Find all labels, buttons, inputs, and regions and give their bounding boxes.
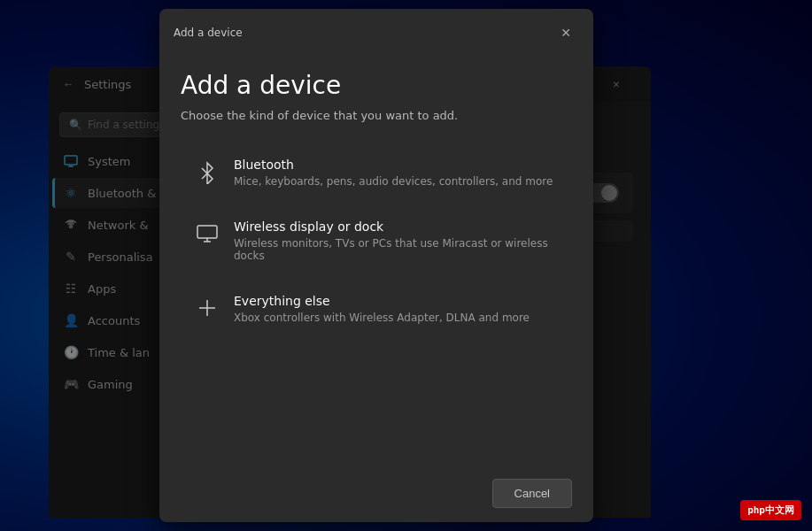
everything-else-option-desc: Xbox controllers with Wireless Adapter, … bbox=[234, 312, 530, 324]
add-device-modal: Add a device ✕ Add a device Choose the k… bbox=[159, 9, 593, 522]
everything-else-option-name: Everything else bbox=[234, 294, 530, 308]
cancel-button[interactable]: Cancel bbox=[492, 479, 572, 508]
plus-device-icon bbox=[195, 296, 220, 320]
bluetooth-option-name: Bluetooth bbox=[234, 158, 553, 172]
bluetooth-option-desc: Mice, keyboards, pens, audio devices, co… bbox=[234, 175, 553, 188]
modal-heading: Add a device bbox=[181, 71, 572, 100]
wireless-display-option-info: Wireless display or dock Wireless monito… bbox=[234, 219, 558, 262]
monitor-device-icon bbox=[195, 221, 220, 246]
php-watermark: php中文网 bbox=[740, 500, 801, 520]
everything-else-option-info: Everything else Xbox controllers with Wi… bbox=[234, 294, 530, 324]
svg-line-5 bbox=[202, 173, 207, 179]
wireless-display-option-name: Wireless display or dock bbox=[234, 219, 558, 234]
device-option-bluetooth[interactable]: Bluetooth Mice, keyboards, pens, audio d… bbox=[181, 143, 572, 202]
wireless-display-option-desc: Wireless monitors, TVs or PCs that use M… bbox=[234, 237, 558, 262]
modal-body: Add a device Choose the kind of device t… bbox=[159, 57, 593, 465]
device-option-everything-else[interactable]: Everything else Xbox controllers with Wi… bbox=[181, 280, 572, 338]
modal-footer: Cancel bbox=[159, 465, 593, 522]
bluetooth-option-info: Bluetooth Mice, keyboards, pens, audio d… bbox=[234, 158, 553, 188]
modal-subtitle: Choose the kind of device that you want … bbox=[181, 109, 572, 122]
modal-close-button[interactable]: ✕ bbox=[553, 19, 579, 46]
device-option-wireless-display[interactable]: Wireless display or dock Wireless monito… bbox=[181, 205, 572, 276]
modal-titlebar: Add a device ✕ bbox=[159, 9, 593, 57]
svg-rect-6 bbox=[197, 226, 217, 238]
modal-titlebar-text: Add a device bbox=[174, 27, 243, 39]
svg-line-4 bbox=[202, 168, 207, 173]
bluetooth-device-icon bbox=[195, 159, 220, 184]
